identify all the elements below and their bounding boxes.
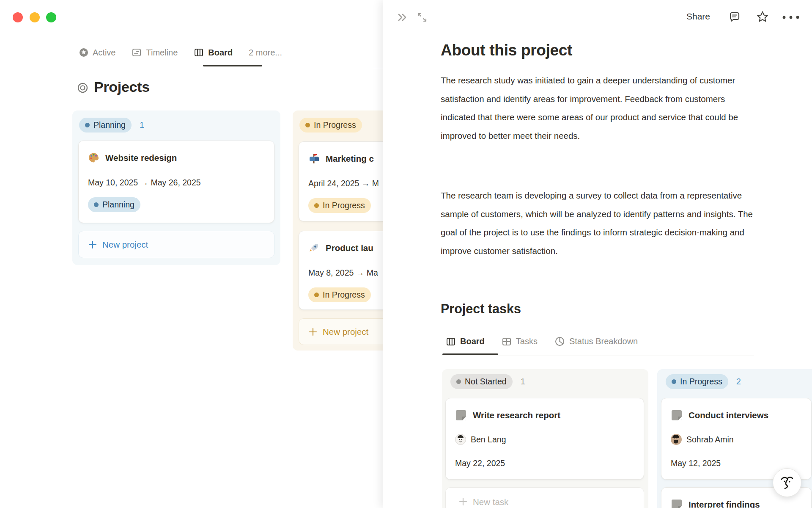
zoom-window-button[interactable] <box>46 12 56 22</box>
tab-more-label: 2 more... <box>249 48 282 58</box>
plus-icon <box>88 240 97 249</box>
more-options-button[interactable] <box>782 15 800 19</box>
tab-tasks-table-label: Tasks <box>516 337 538 346</box>
project-card-website-redesign[interactable]: Website redesign May 10, 2025 → May 26, … <box>78 141 274 223</box>
database-view-tabs: Active Timeline Board 2 more... <box>79 47 282 58</box>
notion-ai-face-icon <box>778 474 796 491</box>
timeline-icon <box>132 47 142 58</box>
column-not-started: Not Started 1 Write research report Ben … <box>442 369 648 508</box>
tab-active-label: Active <box>93 48 115 58</box>
active-tab-underline <box>442 353 498 355</box>
not-started-count: 1 <box>521 377 525 387</box>
not-started-status-badge: Not Started <box>450 374 513 389</box>
task-card-title: Interpret findings <box>689 500 760 508</box>
task-assignee-name: Ben Lang <box>471 435 506 444</box>
avatar-sohrab-amin <box>671 434 682 445</box>
task-due-date: May 22, 2025 <box>455 458 634 468</box>
tasks-tabs-divider <box>441 356 754 356</box>
panel-heading-project-tasks: Project tasks <box>441 301 521 316</box>
task-assignee-name: Sohrab Amin <box>686 435 734 444</box>
task-card-write-research-report[interactable]: Write research report Ben Lang May 22, 2… <box>445 398 644 480</box>
task-card-conduct-interviews[interactable]: Conduct interviews Sohrab Amin May 12, 2… <box>661 398 812 480</box>
tab-timeline-label: Timeline <box>146 48 178 58</box>
planning-count: 1 <box>140 120 144 130</box>
new-task-label: New task <box>473 497 508 507</box>
panel-heading-about: About this project <box>441 41 572 59</box>
new-project-button-planning[interactable]: New project <box>78 231 274 258</box>
task-note-icon <box>671 499 683 508</box>
notion-ai-button[interactable] <box>773 468 801 497</box>
column-in-progress-header[interactable]: In Progress <box>299 118 362 133</box>
tab-board-label: Board <box>208 48 233 58</box>
column-planning: Planning 1 Website redesign May 10, 2025… <box>72 110 280 265</box>
planning-status-badge: Planning <box>79 118 132 133</box>
tab-status-breakdown-label: Status Breakdown <box>569 337 638 346</box>
in-progress-count: 2 <box>736 377 741 387</box>
minimize-window-button[interactable] <box>30 12 40 22</box>
rocket-icon <box>308 242 320 254</box>
star-icon <box>755 10 770 24</box>
in-progress-status-badge: In Progress <box>666 374 728 389</box>
status-dot <box>672 379 676 384</box>
tab-board[interactable]: Board <box>194 47 233 58</box>
table-icon <box>502 337 512 347</box>
about-paragraph-2: The research team is developing a survey… <box>441 186 759 260</box>
new-task-button[interactable]: New task <box>445 487 644 508</box>
project-card-status-tag: In Progress <box>308 287 371 302</box>
task-card-title: Write research report <box>473 410 560 420</box>
tab-active[interactable]: Active <box>79 48 115 58</box>
column-not-started-header[interactable]: Not Started 1 <box>450 374 525 389</box>
project-card-title: Website redesign <box>105 153 177 163</box>
new-project-label: New project <box>102 240 148 250</box>
ellipsis-icon <box>782 15 800 19</box>
mailbox-icon <box>308 153 320 164</box>
project-card-dates: May 10, 2025 → May 26, 2025 <box>88 178 265 188</box>
tab-more[interactable]: 2 more... <box>249 48 282 58</box>
task-due-date: May 12, 2025 <box>671 458 802 468</box>
status-dot <box>85 123 90 127</box>
star-circle-icon <box>79 48 88 57</box>
tab-status-breakdown[interactable]: Status Breakdown <box>554 336 638 347</box>
share-button[interactable]: Share <box>686 11 710 22</box>
task-card-title: Conduct interviews <box>689 410 768 420</box>
column-tasks-in-progress-header[interactable]: In Progress 2 <box>666 374 741 389</box>
page-title: Projects <box>94 79 150 95</box>
about-paragraph-1: The research study was initiated to gain… <box>441 71 759 145</box>
active-tab-underline <box>203 65 262 66</box>
comments-button[interactable] <box>728 11 741 23</box>
board-icon <box>194 47 204 58</box>
close-window-button[interactable] <box>13 12 23 22</box>
project-card-title: Marketing c <box>326 154 374 164</box>
side-peek-panel: Share About this project The research st… <box>383 0 812 508</box>
favorite-button[interactable] <box>755 10 770 24</box>
comment-bubble-icon <box>728 11 741 23</box>
tab-timeline[interactable]: Timeline <box>132 47 178 58</box>
project-card-title: Product lau <box>326 243 373 253</box>
status-dot <box>456 379 461 384</box>
new-project-label: New project <box>323 327 368 337</box>
target-icon <box>77 82 88 94</box>
status-dot <box>305 123 310 127</box>
plus-icon <box>458 497 468 506</box>
tab-tasks-table[interactable]: Tasks <box>502 337 538 347</box>
tab-tasks-board[interactable]: Board <box>446 337 485 347</box>
tasks-view-tabs: Board Tasks Status Breakdown <box>446 336 638 347</box>
notion-window: Active Timeline Board 2 more... Projects… <box>0 0 812 508</box>
board-icon <box>446 337 456 347</box>
project-card-status-tag: In Progress <box>308 198 371 213</box>
tabs-divider <box>71 68 385 68</box>
avatar-ben-lang <box>455 434 466 445</box>
expand-page-button[interactable] <box>416 11 428 24</box>
plus-icon <box>308 327 318 337</box>
pie-chart-icon <box>554 336 565 347</box>
column-planning-header[interactable]: Planning 1 <box>79 118 144 133</box>
tab-tasks-board-label: Board <box>460 337 485 346</box>
task-note-icon <box>671 409 683 421</box>
task-note-icon <box>455 409 467 421</box>
in-progress-status-badge: In Progress <box>299 118 362 133</box>
expand-diagonal-icon <box>416 11 428 24</box>
double-chevron-right-icon <box>396 11 409 24</box>
palette-icon <box>88 152 99 163</box>
project-card-status-tag: Planning <box>88 197 140 212</box>
close-side-peek-button[interactable] <box>396 11 409 24</box>
